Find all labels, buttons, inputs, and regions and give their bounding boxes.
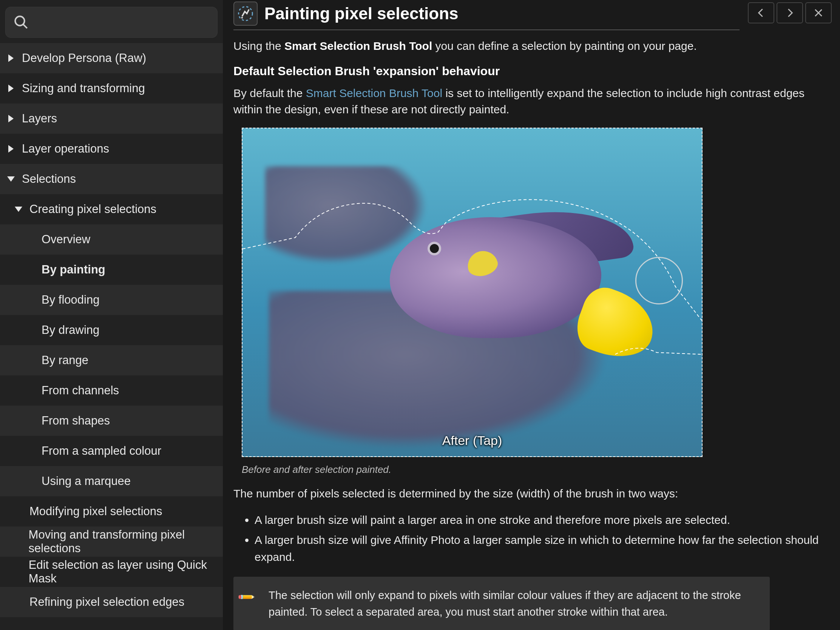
- chevron-down-icon: [13, 207, 24, 212]
- sidebar-item-label: Edit selection as layer using Quick Mask: [29, 558, 223, 586]
- sidebar-item-by-drawing[interactable]: By drawing: [0, 315, 223, 345]
- sidebar-item-label: Develop Persona (Raw): [22, 51, 146, 65]
- intro-paragraph: Using the Smart Selection Brush Tool you…: [234, 38, 823, 54]
- subheading-expansion: Default Selection Brush 'expansion' beha…: [234, 64, 829, 78]
- selection-marquee-icon: [243, 144, 702, 457]
- sidebar-item-using-a-marquee[interactable]: Using a marquee: [0, 466, 223, 496]
- chevron-right-icon: [5, 145, 17, 153]
- sidebar-item-label: Overview: [41, 233, 90, 246]
- sidebar-item-label: From shapes: [41, 414, 110, 428]
- content-pane: Painting pixel selections Using the Smar…: [223, 0, 840, 630]
- sidebar-item-label: Creating pixel selections: [30, 202, 156, 216]
- sidebar-item-layer-operations[interactable]: Layer operations: [0, 134, 223, 164]
- page-title: Painting pixel selections: [264, 4, 458, 23]
- smart-selection-brush-link[interactable]: Smart Selection Brush Tool: [306, 87, 442, 99]
- svg-point-4: [239, 7, 253, 21]
- figure-state-label: After (Tap): [243, 433, 702, 448]
- list-item: A larger brush size will paint a larger …: [254, 512, 829, 528]
- sidebar-item-label: From a sampled colour: [41, 444, 161, 458]
- sidebar-item-label: Selections: [22, 172, 76, 186]
- close-button[interactable]: [805, 2, 832, 24]
- expansion-paragraph: By default the Smart Selection Brush Too…: [234, 85, 823, 118]
- brush-size-paragraph: The number of pixels selected is determi…: [234, 485, 823, 502]
- chevron-right-icon: [5, 54, 17, 62]
- sidebar-item-by-range[interactable]: By range: [0, 345, 223, 376]
- sidebar-item-refining-pixel-selection-edges[interactable]: Refining pixel selection edges: [0, 587, 223, 617]
- sidebar-item-label: Refining pixel selection edges: [30, 595, 184, 609]
- sidebar-item-selections[interactable]: Selections: [0, 164, 223, 194]
- sidebar-item-from-channels[interactable]: From channels: [0, 376, 223, 406]
- sidebar-item-sizing-and-transforming[interactable]: Sizing and transforming: [0, 73, 223, 104]
- sidebar-item-from-shapes[interactable]: From shapes: [0, 406, 223, 436]
- sidebar-item-label: By drawing: [41, 323, 99, 337]
- selection-brush-tool-icon: [234, 2, 257, 26]
- sidebar-item-from-a-sampled-colour[interactable]: From a sampled colour: [0, 436, 223, 466]
- sidebar: Develop Persona (Raw)Sizing and transfor…: [0, 0, 223, 630]
- list-item: A larger brush size will give Affinity P…: [254, 531, 829, 565]
- sidebar-item-modifying-pixel-selections[interactable]: Modifying pixel selections: [0, 496, 223, 526]
- sidebar-item-label: Modifying pixel selections: [30, 505, 163, 518]
- chevron-right-icon: [5, 115, 17, 122]
- sidebar-item-label: Layers: [22, 112, 57, 125]
- sidebar-item-label: Sizing and transforming: [22, 82, 145, 95]
- note-text: The selection will only expand to pixels…: [268, 587, 757, 620]
- top-nav: [748, 2, 832, 24]
- sidebar-item-edit-selection-as-layer-using-quick-mask[interactable]: Edit selection as layer using Quick Mask: [0, 557, 223, 587]
- sidebar-item-label: Using a marquee: [41, 474, 131, 488]
- search-field[interactable]: [5, 7, 218, 38]
- sidebar-item-develop-persona-raw[interactable]: Develop Persona (Raw): [0, 43, 223, 73]
- sidebar-item-overview[interactable]: Overview: [0, 224, 223, 254]
- svg-point-0: [15, 16, 25, 26]
- info-note: ✏️ The selection will only expand to pix…: [234, 577, 770, 630]
- sidebar-item-label: From channels: [41, 384, 119, 397]
- sidebar-item-moving-and-transforming-pixel-selections[interactable]: Moving and transforming pixel selections: [0, 526, 223, 557]
- search-input[interactable]: [35, 16, 210, 29]
- back-button[interactable]: [748, 2, 774, 24]
- sidebar-item-label: By painting: [41, 263, 105, 276]
- sidebar-item-creating-pixel-selections[interactable]: Creating pixel selections: [0, 194, 223, 224]
- sidebar-item-by-painting[interactable]: By painting: [0, 254, 223, 285]
- sidebar-item-label: Layer operations: [22, 142, 109, 156]
- chevron-right-icon: [5, 85, 17, 92]
- figure-caption: Before and after selection painted.: [242, 464, 829, 475]
- sidebar-item-by-flooding[interactable]: By flooding: [0, 285, 223, 315]
- chevron-down-icon: [5, 176, 17, 182]
- sidebar-item-label: By range: [41, 354, 88, 367]
- example-figure[interactable]: After (Tap): [242, 128, 703, 457]
- sidebar-item-layers[interactable]: Layers: [0, 104, 223, 134]
- search-icon: [13, 14, 29, 30]
- svg-line-1: [24, 25, 27, 28]
- brush-cursor-icon: [635, 257, 683, 305]
- header-divider: [234, 30, 739, 30]
- brush-size-list: A larger brush size will paint a larger …: [254, 512, 829, 565]
- forward-button[interactable]: [777, 2, 803, 24]
- sidebar-item-label: By flooding: [41, 293, 99, 307]
- sidebar-item-label: Moving and transforming pixel selections: [29, 528, 223, 555]
- note-icon: ✏️: [237, 587, 270, 621]
